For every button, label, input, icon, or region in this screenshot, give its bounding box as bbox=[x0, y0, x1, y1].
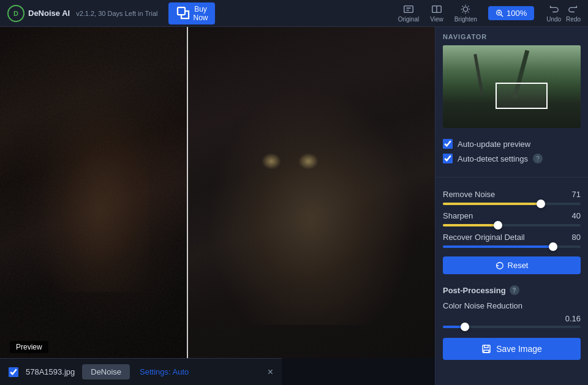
topbar: D DeNoise AI v2.1.2, 30 Days Left in Tri… bbox=[0, 0, 588, 27]
recover-thumb[interactable] bbox=[549, 242, 557, 251]
svg-line-14 bbox=[501, 14, 503, 17]
post-processing-help-icon[interactable]: ? bbox=[510, 285, 519, 295]
color-noise-label-row: Color Noise Reduction bbox=[443, 301, 581, 310]
auto-detect-row: Auto-detect settings ? bbox=[443, 154, 581, 163]
remove-noise-label-row: Remove Noise 71 bbox=[443, 190, 581, 199]
original-action[interactable]: Original bbox=[398, 4, 419, 23]
auto-detect-help-icon[interactable]: ? bbox=[533, 154, 543, 163]
sharpen-value: 40 bbox=[572, 211, 581, 220]
post-processing-section: Post-Processing ? Color Noise Reduction … bbox=[435, 280, 588, 332]
file-bar: 578A1593.jpg DeNoise Settings: Auto × bbox=[0, 358, 282, 385]
remove-noise-fill bbox=[443, 203, 541, 205]
logo: D DeNoise AI v2.1.2, 30 Days Left in Tri… bbox=[7, 5, 157, 22]
sharpen-label-row: Sharpen 40 bbox=[443, 211, 581, 220]
sharpen-fill bbox=[443, 224, 498, 226]
file-settings: Settings: Auto bbox=[140, 367, 189, 376]
color-noise-value: 0.16 bbox=[565, 314, 581, 323]
recover-label: Recover Original Detail bbox=[443, 233, 525, 242]
svg-line-10 bbox=[468, 12, 469, 12]
color-noise-value-row: 0.16 bbox=[443, 314, 581, 323]
zoom-icon bbox=[496, 9, 504, 18]
owl-eye-left bbox=[262, 153, 281, 170]
owl-eye-right bbox=[298, 153, 318, 170]
owl-shape-noisy bbox=[37, 93, 149, 292]
auto-update-checkbox[interactable] bbox=[443, 139, 453, 149]
remove-noise-value: 71 bbox=[572, 190, 581, 199]
navigator-title: NAVIGATOR bbox=[443, 33, 581, 40]
image-area: Preview 578A1593.jpg DeNoise Settings: A… bbox=[0, 27, 435, 385]
redo-button[interactable]: Redo bbox=[566, 4, 581, 23]
external-link-icon bbox=[176, 6, 190, 20]
remove-noise-thumb[interactable] bbox=[537, 200, 545, 208]
brighten-icon bbox=[460, 4, 471, 15]
svg-rect-18 bbox=[484, 350, 489, 353]
post-processing-title: Post-Processing ? bbox=[443, 285, 581, 295]
sharpen-label: Sharpen bbox=[443, 211, 473, 220]
file-name: 578A1593.jpg bbox=[26, 367, 75, 376]
file-checkbox[interactable] bbox=[9, 367, 18, 377]
noise-overlay bbox=[0, 27, 187, 358]
buy-button[interactable]: Buy Now bbox=[168, 2, 215, 24]
recover-track[interactable] bbox=[443, 245, 581, 248]
split-divider bbox=[187, 27, 188, 358]
right-panel: NAVIGATOR Auto-update preview Auto-detec… bbox=[435, 27, 588, 385]
navigator-thumbnail bbox=[443, 45, 581, 128]
slider-section: Remove Noise 71 Sharpen 40 Recover Origi… bbox=[435, 184, 588, 280]
preview-label: Preview bbox=[10, 341, 48, 353]
color-noise-track[interactable] bbox=[443, 326, 581, 328]
denoise-button[interactable]: DeNoise bbox=[82, 364, 130, 379]
reset-button[interactable]: Reset bbox=[443, 256, 581, 274]
navigator-viewport[interactable] bbox=[496, 83, 548, 109]
auto-detect-label: Auto-detect settings bbox=[458, 154, 528, 163]
recover-fill bbox=[443, 245, 553, 248]
save-image-button[interactable]: Save Image bbox=[443, 338, 581, 360]
topbar-actions: Original View Brighten 100% bbox=[398, 4, 534, 23]
brighten-action[interactable]: Brighten bbox=[454, 4, 477, 23]
color-noise-label: Color Noise Reduction bbox=[443, 301, 522, 310]
undo-button[interactable]: Undo bbox=[546, 4, 561, 23]
remove-noise-label: Remove Noise bbox=[443, 190, 495, 199]
auto-update-label: Auto-update preview bbox=[458, 140, 530, 149]
app-title: DeNoise AI bbox=[28, 9, 70, 18]
divider-1 bbox=[435, 177, 588, 178]
view-action[interactable]: View bbox=[430, 4, 443, 23]
recover-value: 80 bbox=[572, 233, 581, 242]
navigator-section: NAVIGATOR bbox=[435, 27, 588, 133]
original-icon bbox=[403, 4, 414, 15]
trial-badge: v2.1.2, 30 Days Left in Trial bbox=[76, 10, 157, 17]
sharpen-track[interactable] bbox=[443, 224, 581, 226]
recover-label-row: Recover Original Detail 80 bbox=[443, 233, 581, 242]
settings-checkboxes: Auto-update preview Auto-detect settings… bbox=[435, 133, 588, 174]
svg-line-9 bbox=[462, 6, 463, 7]
image-wrapper: Preview bbox=[0, 27, 435, 385]
zoom-button[interactable]: 100% bbox=[488, 6, 534, 20]
reset-icon bbox=[496, 261, 504, 270]
auto-update-row: Auto-update preview bbox=[443, 139, 581, 149]
file-close-button[interactable]: × bbox=[268, 367, 273, 378]
undo-icon bbox=[548, 4, 559, 15]
original-side bbox=[0, 27, 187, 358]
svg-point-4 bbox=[464, 7, 468, 11]
redo-icon bbox=[568, 4, 579, 15]
svg-line-11 bbox=[468, 6, 469, 7]
svg-line-12 bbox=[462, 12, 463, 12]
image-canvas bbox=[0, 27, 435, 358]
logo-icon: D bbox=[7, 5, 24, 22]
svg-rect-0 bbox=[178, 7, 185, 15]
remove-noise-track[interactable] bbox=[443, 203, 581, 205]
main-area: Preview 578A1593.jpg DeNoise Settings: A… bbox=[0, 27, 588, 385]
processed-side bbox=[187, 27, 435, 358]
scene-tones-original bbox=[0, 27, 187, 358]
view-icon bbox=[431, 4, 442, 15]
svg-rect-1 bbox=[404, 6, 413, 13]
save-icon bbox=[481, 344, 491, 354]
sharpen-thumb[interactable] bbox=[494, 221, 502, 230]
owl-shape-clean bbox=[200, 77, 423, 325]
undo-redo-group: Undo Redo bbox=[546, 4, 581, 23]
auto-detect-checkbox[interactable] bbox=[443, 154, 453, 163]
color-noise-thumb[interactable] bbox=[461, 323, 469, 331]
